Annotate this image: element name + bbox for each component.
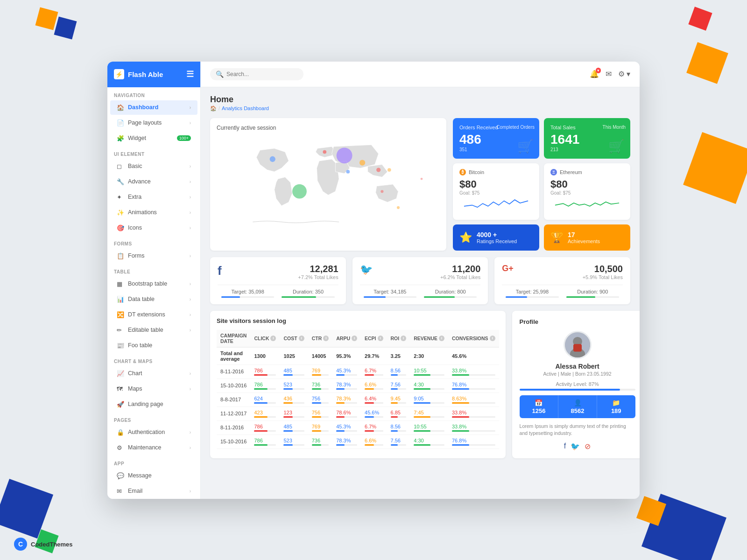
arrow-icon: › (190, 179, 191, 184)
map-title: Currently active session (217, 125, 440, 131)
googleplus-growth: +5.9% Total Likes (583, 274, 623, 280)
table-cell: 76.8% (448, 434, 499, 448)
ethereum-header: Ξ Ethereum (550, 169, 624, 175)
bottom-section: Site visitors session log CAMPAIGN DATE … (210, 311, 630, 459)
page-content: Home 🏠 / Analytics Dashboard Currently a… (201, 87, 640, 499)
dashboard-icon: 🏠 (117, 104, 124, 111)
trophy-icon: 🏆 (550, 231, 563, 244)
sidebar-item-maps[interactable]: 🗺 Maps › (110, 382, 197, 396)
table-cell: 624 (250, 392, 280, 406)
sidebar-item-label: Forms (128, 252, 190, 259)
sidebar-item-editable-table[interactable]: ✏ Editable table › (110, 323, 197, 337)
sidebar-item-bootstrap-table[interactable]: ▦ Bootstrap table › (110, 277, 197, 291)
sidebar-item-data-table[interactable]: 📊 Data table › (110, 292, 197, 307)
sidebar-item-extra[interactable]: ✦ Extra › (110, 190, 197, 204)
total-sales-card: Total Sales 1641 213 This Month 🛒 (544, 118, 630, 159)
folder-icon: 📁 (600, 399, 633, 406)
sidebar-item-icons[interactable]: 🎯 Icons › (110, 221, 197, 235)
sidebar-item-maintenance[interactable]: ⚙ Maintenance › (110, 441, 197, 455)
page-header: Home 🏠 / Analytics Dashboard (210, 95, 630, 112)
notification-icon[interactable]: 🔔 ▾ (590, 70, 599, 78)
table-cell: 123 (280, 406, 308, 420)
table-cell: 15-10-2016 (217, 378, 250, 392)
sidebar-item-label: Widget (128, 135, 175, 141)
search-bar[interactable]: 🔍 (210, 68, 303, 80)
sidebar-item-label: Advance (128, 178, 190, 185)
table-cell: 6.6% (361, 434, 387, 448)
eth-icon: Ξ (550, 169, 557, 175)
duration-fill (282, 296, 316, 298)
ratings-text: 4000 + Ratings Received (477, 231, 517, 244)
sidebar-item-dashboard[interactable]: 🏠 Dashboard › (110, 100, 197, 115)
th-ecpi: ECPI i (361, 330, 387, 347)
table-header-row: CAMPAIGN DATE CLICK i COST i CTR i ARPU … (217, 330, 499, 347)
sidebar-item-animations[interactable]: ✨ Animations › (110, 205, 197, 220)
sidebar-item-dt-extensions[interactable]: 🔀 DT extensions › (110, 308, 197, 322)
ratings-card[interactable]: ⭐ 4000 + Ratings Received (453, 224, 539, 251)
brand-name: Flash Able (128, 70, 186, 78)
arrow-icon: › (190, 386, 191, 392)
twitter-numbers: 11,200 +6.2% Total Likes (440, 264, 480, 280)
ethereum-goal: Goal: $75 (550, 190, 624, 196)
table-cell: 4:30 (410, 378, 448, 392)
profile-twitter-icon[interactable]: 🐦 (571, 442, 580, 451)
sidebar-item-widget[interactable]: 🧩 Widget 100+ (110, 131, 197, 146)
duration-fill (566, 296, 595, 298)
table-cell: 9.45 (387, 392, 410, 406)
sidebar-item-label: Foo table (128, 342, 191, 349)
profile-facebook-icon[interactable]: f (564, 442, 566, 451)
activity-progress-fill (520, 389, 620, 391)
sidebar-item-basic[interactable]: ◻ Basic › (110, 159, 197, 174)
profile-meta: Active | Male | Born 23.05.1992 (520, 371, 635, 377)
sidebar-item-auth[interactable]: 🔒 Authentication › (110, 425, 197, 440)
sidebar-item-advance[interactable]: 🔧 Advance › (110, 175, 197, 189)
top-section: Currently active session (210, 118, 630, 251)
sidebar-item-chart[interactable]: 📈 Chart › (110, 366, 197, 381)
main-content: 🔍 🔔 ▾ ✉ ⚙ ▾ Home 🏠 / Analytics Dashb (201, 62, 640, 499)
section-label-table: Table (107, 264, 200, 276)
sidebar-item-landing-page[interactable]: 🚀 Landing page (110, 397, 197, 412)
svg-point-4 (359, 160, 365, 165)
auth-icon: 🔒 (117, 429, 124, 436)
table-cell: 485 (280, 364, 308, 378)
googleplus-target: Target: 25,998 (502, 289, 562, 298)
table-cell: 736 (308, 378, 333, 392)
th-cost: COST i (280, 330, 308, 347)
table-cell: 10:55 (410, 420, 448, 434)
table-cell: 6.7% (361, 364, 387, 378)
sidebar-item-message[interactable]: 💬 Message (110, 469, 197, 483)
googleplus-duration: Duration: 900 (563, 289, 623, 298)
mail-icon[interactable]: ✉ (606, 70, 612, 78)
table-cell: 2:30 (410, 347, 448, 365)
hamburger-icon[interactable]: ☰ (186, 69, 194, 79)
section-label-pages: Pages (107, 412, 200, 425)
table-cell: 76.8% (448, 378, 499, 392)
sidebar-item-foo-table[interactable]: 📰 Foo table (110, 338, 197, 353)
sidebar-item-label: Landing page (128, 401, 191, 407)
table-cell: 8.56 (387, 364, 410, 378)
breadcrumb-home-icon: 🏠 (210, 105, 217, 112)
search-input[interactable] (226, 71, 292, 77)
sidebar-item-email[interactable]: ✉ Email › (110, 484, 197, 498)
sidebar: Flash Able ☰ Navigation 🏠 Dashboard › 📄 … (107, 62, 201, 499)
target-track (364, 296, 416, 298)
table-cell: 95.3% (332, 347, 361, 365)
maps-icon: 🗺 (117, 385, 124, 392)
achievements-card[interactable]: 🏆 17 Achievements (544, 224, 630, 251)
sidebar-item-page-layouts[interactable]: 📄 Page layouts › (110, 116, 197, 130)
maintenance-icon: ⚙ (117, 444, 124, 451)
profile-googleplus-icon[interactable]: ⊘ (585, 442, 591, 451)
sidebar-item-forms[interactable]: 📋 Forms › (110, 249, 197, 263)
footer-brand: C CodedThemes (14, 538, 73, 551)
facebook-duration: Duration: 350 (278, 289, 338, 298)
sidebar-item-label: Message (128, 472, 191, 479)
arrow-icon: › (190, 430, 191, 435)
profile-avatar-section: Alessa Robert Active | Male | Born 23.05… (520, 331, 635, 377)
ratings-value: 4000 + (477, 231, 517, 238)
svg-point-5 (376, 168, 381, 172)
profile-stat-folder: 📁 189 (597, 395, 635, 418)
arrow-icon: › (190, 297, 191, 302)
arrow-icon: › (190, 164, 191, 169)
foo-table-icon: 📰 (117, 342, 124, 349)
settings-icon[interactable]: ⚙ ▾ (618, 70, 630, 78)
